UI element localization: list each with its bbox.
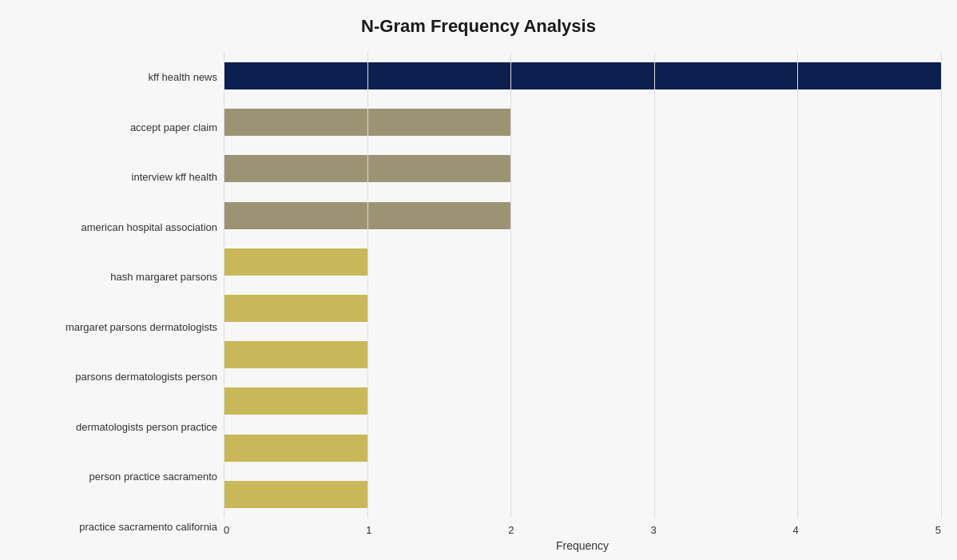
bar-row: [224, 243, 941, 281]
x-axis-label: Frequency: [224, 539, 941, 552]
grid-line: [941, 53, 942, 518]
bar-row: [224, 197, 941, 235]
chart-area: kff health newsaccept paper claimintervi…: [16, 53, 941, 552]
bar-row: [224, 57, 941, 95]
bar: [224, 341, 367, 368]
bar: [224, 435, 367, 462]
y-label: parsons dermatologists person: [75, 358, 217, 396]
bar-row: [224, 429, 941, 467]
bar-row: [224, 103, 941, 141]
y-label: margaret parsons dermatologists: [66, 308, 217, 347]
chart-title: N-Gram Frequency Analysis: [361, 16, 596, 37]
bar: [224, 62, 941, 89]
bar: [224, 481, 367, 508]
bars-wrapper: [224, 53, 941, 518]
x-tick: 5: [935, 524, 941, 536]
bar: [224, 109, 510, 136]
x-axis: 012345: [224, 518, 941, 536]
y-label: person practice sacramento: [89, 458, 217, 496]
plot-area: 012345 Frequency: [224, 53, 941, 552]
bar-row: [224, 149, 941, 188]
x-tick: 4: [793, 524, 799, 536]
x-tick: 2: [508, 524, 514, 536]
y-axis: kff health newsaccept paper claimintervi…: [16, 53, 224, 552]
bar: [224, 202, 510, 229]
bar-row: [224, 475, 941, 514]
bar: [224, 295, 367, 322]
bar-row: [224, 336, 941, 374]
chart-container: N-Gram Frequency Analysis kff health new…: [0, 0, 957, 560]
bar: [224, 155, 510, 182]
y-label: interview kff health: [132, 158, 217, 197]
bar-row: [224, 382, 941, 420]
y-label: dermatologists person practice: [76, 408, 217, 447]
y-label: american hospital association: [81, 209, 217, 247]
bar-row: [224, 289, 941, 328]
y-label: accept paper claim: [130, 109, 217, 147]
x-tick: 1: [366, 524, 371, 536]
y-label: practice sacramento california: [79, 508, 217, 546]
y-label: kff health news: [149, 58, 217, 97]
x-tick: 3: [650, 524, 656, 536]
x-tick: 0: [224, 524, 229, 536]
bar: [224, 248, 367, 276]
x-bottom: 012345 Frequency: [224, 518, 941, 552]
y-label: hash margaret parsons: [110, 258, 217, 296]
bar: [224, 387, 367, 415]
